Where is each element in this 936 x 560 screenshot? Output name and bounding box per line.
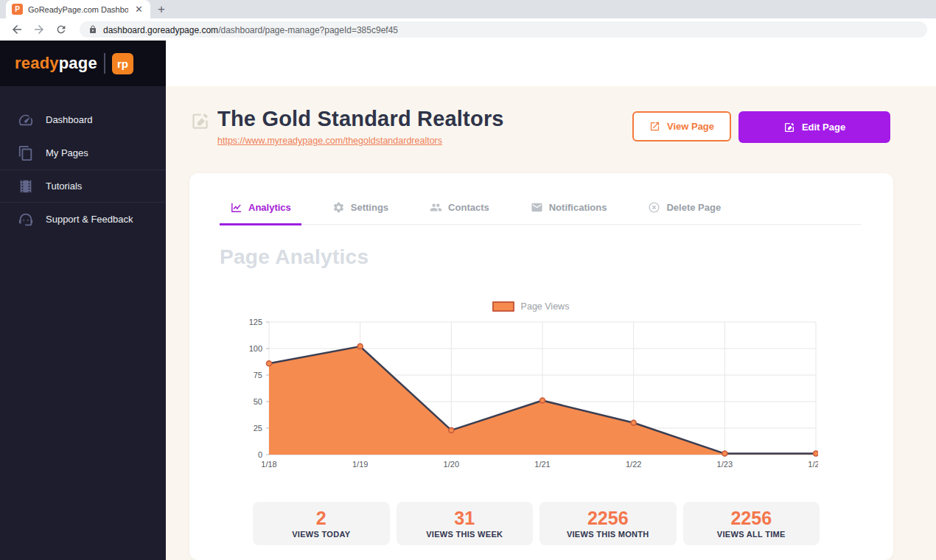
svg-text:1/23: 1/23	[717, 460, 733, 469]
readypage-logo[interactable]: readypage rp	[0, 41, 166, 86]
edit-page-button[interactable]: Edit Page	[738, 111, 890, 143]
stat-value: 2256	[730, 508, 772, 528]
page-views-chart-svg: 1/181/191/201/211/221/231/24025507510012…	[243, 318, 818, 472]
gear-icon	[332, 201, 345, 214]
svg-text:1/24: 1/24	[808, 460, 818, 469]
chart-line-icon	[230, 201, 242, 214]
browser-toolbar: dashboard.goreadypage.com/dashboard/page…	[0, 18, 936, 41]
page-url-link[interactable]: https://www.myreadypage.com/thegoldstand…	[217, 136, 442, 146]
sidebar-item-label: My Pages	[46, 147, 88, 158]
support-icon	[18, 211, 34, 228]
film-icon	[18, 178, 34, 195]
gauge-icon	[18, 112, 34, 128]
people-icon	[430, 201, 442, 214]
rp-badge-icon: rp	[112, 53, 133, 74]
new-tab-button[interactable]: +	[150, 0, 172, 18]
url-host: dashboard.goreadypage.com	[103, 25, 218, 35]
tab-close-icon[interactable]: ✕	[133, 4, 144, 15]
svg-text:100: 100	[249, 344, 262, 353]
refresh-icon[interactable]	[53, 21, 69, 38]
svg-text:1/22: 1/22	[626, 460, 641, 469]
browser-tab-title: GoReadyPage.com Dashboard | P	[28, 5, 128, 14]
sidebar-item-dashboard[interactable]: Dashboard	[0, 103, 166, 136]
edit-title-icon[interactable]	[190, 111, 210, 131]
logo-separator	[104, 53, 105, 74]
svg-text:50: 50	[254, 397, 262, 406]
back-icon[interactable]	[9, 21, 25, 38]
stat-views-this-week: 31 VIEWS THIS WEEK	[397, 502, 534, 545]
stats-row: 2 VIEWS TODAY 31 VIEWS THIS WEEK 2256 VI…	[253, 502, 820, 545]
tab-bar: Analytics Settings Contacts Notification…	[220, 195, 861, 225]
logo-wordmark: readypage	[15, 54, 97, 73]
tab-notifications[interactable]: Notifications	[520, 195, 618, 225]
sidebar-item-label: Support & Feedback	[46, 214, 133, 225]
title-block: The Gold Standard Realtors https://www.m…	[217, 107, 504, 147]
sidebar-nav: Dashboard My Pages Tutorials Support & F…	[0, 86, 166, 236]
lock-icon	[88, 25, 97, 34]
url-bar[interactable]: dashboard.goreadypage.com/dashboard/page…	[80, 21, 927, 38]
browser-tabstrip: P GoReadyPage.com Dashboard | P ✕ +	[0, 0, 936, 18]
sidebar-item-tutorials[interactable]: Tutorials	[0, 169, 166, 203]
stat-value: 2256	[587, 508, 629, 528]
svg-text:125: 125	[249, 318, 262, 326]
stat-label: VIEWS THIS WEEK	[426, 530, 503, 539]
browser-tab[interactable]: P GoReadyPage.com Dashboard | P ✕	[6, 0, 150, 18]
site-favicon: P	[12, 4, 23, 15]
svg-text:1/19: 1/19	[352, 460, 368, 469]
view-page-button[interactable]: View Page	[632, 111, 731, 141]
page-header: The Gold Standard Realtors https://www.m…	[166, 86, 936, 147]
svg-text:0: 0	[258, 450, 262, 459]
stat-views-today: 2 VIEWS TODAY	[253, 502, 390, 545]
stat-value: 2	[316, 508, 326, 528]
section-heading: Page Analytics	[220, 245, 861, 269]
page-manage-card: Analytics Settings Contacts Notification…	[189, 173, 893, 560]
stat-views-this-month: 2256 VIEWS THIS MONTH	[539, 502, 677, 545]
svg-text:75: 75	[254, 371, 262, 379]
svg-text:1/21: 1/21	[534, 460, 550, 469]
sidebar-item-label: Tutorials	[46, 181, 82, 192]
main-area: The Gold Standard Realtors https://www.m…	[166, 41, 936, 560]
stat-label: VIEWS THIS MONTH	[567, 530, 649, 539]
external-link-icon	[649, 121, 660, 132]
app-top-band	[166, 41, 936, 86]
pages-icon	[18, 145, 34, 161]
forward-icon[interactable]	[31, 21, 47, 38]
sidebar-item-my-pages[interactable]: My Pages	[0, 136, 166, 169]
tab-contacts[interactable]: Contacts	[419, 195, 500, 225]
tab-settings[interactable]: Settings	[322, 195, 399, 225]
svg-text:1/18: 1/18	[261, 460, 276, 469]
legend-swatch	[492, 301, 514, 312]
edit-icon	[783, 122, 795, 133]
chart-legend: Page Views	[243, 301, 818, 312]
stat-label: VIEWS TODAY	[292, 530, 350, 539]
legend-label: Page Views	[521, 301, 570, 312]
envelope-icon	[531, 201, 543, 214]
page-views-chart: Page Views 1/181/191/201/211/221/231/240…	[243, 301, 818, 472]
url-text: dashboard.goreadypage.com/dashboard/page…	[103, 23, 398, 36]
stat-label: VIEWS ALL TIME	[717, 530, 786, 539]
sidebar-item-label: Dashboard	[46, 114, 93, 125]
page-title: The Gold Standard Realtors	[217, 107, 504, 131]
sidebar: readypage rp Dashboard My Pages Tutorial…	[0, 41, 166, 560]
stat-value: 31	[454, 508, 475, 528]
sidebar-item-support-feedback[interactable]: Support & Feedback	[0, 203, 166, 236]
svg-text:1/20: 1/20	[444, 460, 459, 469]
stat-views-all-time: 2256 VIEWS ALL TIME	[683, 502, 820, 545]
url-path: /dashboard/page-manage?pageId=385c9ef45	[218, 25, 398, 35]
x-circle-icon	[648, 201, 660, 214]
browser-window: P GoReadyPage.com Dashboard | P ✕ + dash…	[0, 0, 936, 560]
svg-text:25: 25	[254, 424, 262, 433]
tab-delete-page[interactable]: Delete Page	[638, 195, 731, 225]
tab-analytics[interactable]: Analytics	[220, 195, 301, 225]
